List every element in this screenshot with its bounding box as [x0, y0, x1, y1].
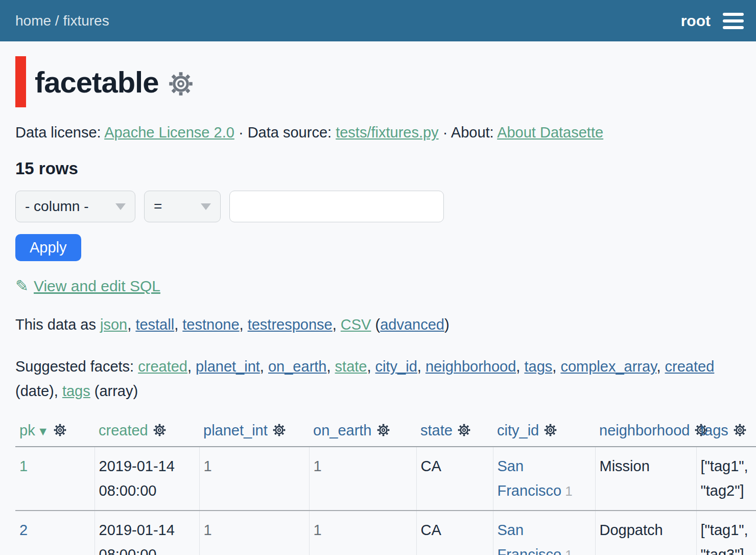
- about-label: About:: [451, 124, 494, 141]
- cell-planet-int: 1: [199, 447, 309, 511]
- table-row: 1 2019-01-14 08:00:00 1 1 CA San Francis…: [15, 447, 756, 511]
- column-header-neighborhood: neighborhood: [595, 422, 696, 447]
- city-id-badge: 1: [565, 483, 572, 499]
- sort-tags-link[interactable]: tags: [700, 422, 728, 438]
- export-link-testresponse[interactable]: testresponse: [248, 316, 333, 333]
- operator-filter-selected-value: =: [154, 198, 162, 215]
- column-header-pk: pk▼: [15, 422, 94, 447]
- column-gear-icon[interactable]: [272, 423, 286, 437]
- database-metadata: Data license: Apache License 2.0 · Data …: [15, 124, 741, 141]
- sort-pk-link[interactable]: pk: [19, 422, 35, 438]
- facet-link-city-id[interactable]: city_id: [375, 358, 417, 375]
- view-edit-sql-link[interactable]: View and edit SQL: [34, 278, 160, 294]
- table-settings-gear-icon[interactable]: [168, 71, 194, 97]
- column-header-planet-int: planet_int: [199, 422, 309, 447]
- sql-link-row: ✎View and edit SQL: [15, 276, 741, 295]
- sort-city-id-link[interactable]: city_id: [497, 422, 539, 438]
- cell-state: CA: [416, 511, 493, 555]
- export-link-testall[interactable]: testall: [135, 316, 174, 333]
- about-link[interactable]: About Datasette: [497, 124, 603, 141]
- facet-link-tags[interactable]: tags: [524, 358, 552, 375]
- cell-planet-int: 1: [199, 511, 309, 555]
- table-row: 2 2019-01-14 08:00:00 1 1 CA San Francis…: [15, 511, 756, 555]
- suggested-facets-row: Suggested facets: created, planet_int, o…: [15, 354, 741, 403]
- hamburger-menu-icon[interactable]: [722, 11, 745, 31]
- row-pk-link[interactable]: 1: [19, 458, 28, 474]
- city-link[interactable]: San Francisco: [498, 522, 562, 555]
- sort-planet-int-link[interactable]: planet_int: [203, 422, 268, 438]
- column-header-on-earth: on_earth: [309, 422, 416, 447]
- facet-link-tags-array[interactable]: tags: [62, 383, 90, 399]
- filter-controls: - column - =: [15, 191, 741, 222]
- export-link-advanced[interactable]: advanced: [380, 316, 444, 333]
- facet-link-on-earth[interactable]: on_earth: [268, 358, 327, 375]
- column-gear-icon[interactable]: [457, 423, 471, 437]
- cell-city-id: San Francisco1: [493, 511, 595, 555]
- facet-link-planet-int[interactable]: planet_int: [196, 358, 260, 375]
- page-title-row: facetable: [15, 56, 741, 107]
- sort-desc-icon: ▼: [37, 425, 49, 438]
- column-header-tags: tags: [696, 422, 756, 447]
- breadcrumb-database-link[interactable]: fixtures: [63, 13, 109, 29]
- column-header-created: created: [94, 422, 199, 447]
- column-gear-icon[interactable]: [376, 423, 390, 437]
- cell-neighborhood: Dogpatch: [595, 511, 696, 555]
- column-filter-select[interactable]: - column -: [15, 191, 135, 222]
- chevron-down-icon: [201, 203, 211, 210]
- sort-neighborhood-link[interactable]: neighborhood: [599, 422, 690, 438]
- column-gear-icon[interactable]: [544, 423, 557, 437]
- cell-city-id: San Francisco1: [493, 447, 595, 511]
- chevron-down-icon: [115, 203, 126, 210]
- export-link-csv[interactable]: CSV: [341, 316, 371, 333]
- facet-link-state[interactable]: state: [335, 358, 367, 375]
- cell-tags: ["tag1", "tag2"]: [696, 447, 756, 511]
- column-gear-icon[interactable]: [153, 423, 167, 437]
- table-header-row: pk▼ created planet_int on_earth state ci…: [15, 422, 756, 447]
- sort-created-link[interactable]: created: [99, 422, 148, 438]
- city-id-badge: 1: [565, 547, 572, 555]
- column-gear-icon[interactable]: [53, 423, 67, 437]
- row-pk-link[interactable]: 2: [19, 522, 28, 538]
- cell-on-earth: 1: [309, 447, 416, 511]
- header-actions: root: [681, 11, 745, 31]
- metadata-separator: ·: [239, 124, 244, 141]
- column-filter-selected-value: - column -: [25, 198, 88, 215]
- facets-prefix: Suggested facets:: [15, 358, 134, 375]
- sort-on-earth-link[interactable]: on_earth: [313, 422, 372, 438]
- export-links-row: This data as json, testall, testnone, te…: [15, 316, 741, 333]
- cell-created: 2019-01-14 08:00:00: [94, 511, 199, 555]
- facet-link-neighborhood[interactable]: neighborhood: [426, 358, 516, 375]
- facet-link-created[interactable]: created: [138, 358, 187, 375]
- operator-filter-select[interactable]: =: [144, 191, 221, 222]
- apply-button[interactable]: Apply: [15, 234, 81, 261]
- main-content: facetable Data license: Apache License 2…: [0, 56, 756, 555]
- metadata-separator: ·: [443, 124, 448, 141]
- cell-pk: 1: [15, 447, 94, 511]
- column-gear-icon[interactable]: [733, 423, 747, 437]
- cell-on-earth: 1: [309, 511, 416, 555]
- license-label: Data license:: [15, 124, 101, 141]
- license-link[interactable]: Apache License 2.0: [104, 124, 234, 141]
- sort-state-link[interactable]: state: [420, 422, 453, 438]
- cell-pk: 2: [15, 511, 94, 555]
- breadcrumb-home-link[interactable]: home: [15, 13, 51, 29]
- facet-link-complex-array[interactable]: complex_array: [560, 358, 656, 375]
- export-link-testnone[interactable]: testnone: [182, 316, 239, 333]
- title-accent-bar: [15, 56, 26, 107]
- cell-created: 2019-01-14 08:00:00: [94, 447, 199, 511]
- export-prefix: This data as: [15, 316, 96, 333]
- column-header-state: state: [416, 422, 493, 447]
- column-header-city-id: city_id: [493, 422, 595, 447]
- source-label: Data source:: [248, 124, 332, 141]
- row-count-heading: 15 rows: [15, 159, 741, 178]
- facet-link-created-date[interactable]: created: [665, 358, 715, 375]
- cell-state: CA: [416, 447, 493, 511]
- site-header: home / fixtures root: [0, 0, 756, 41]
- export-link-json[interactable]: json: [100, 316, 127, 333]
- source-link[interactable]: tests/fixtures.py: [336, 124, 438, 141]
- page-title: facetable: [35, 65, 158, 99]
- city-link[interactable]: San Francisco: [498, 458, 562, 499]
- logged-in-user-label[interactable]: root: [681, 12, 711, 30]
- cell-tags: ["tag1", "tag3"]: [696, 511, 756, 555]
- filter-value-input[interactable]: [229, 191, 444, 222]
